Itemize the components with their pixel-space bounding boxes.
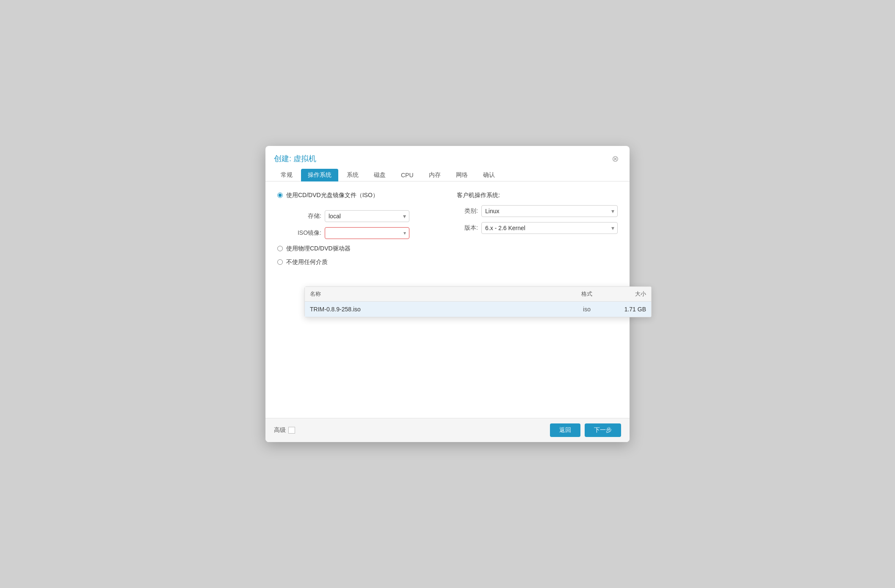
version-row: 版本: 6.x - 2.6 Kernel 7.x 8.x xyxy=(457,222,618,234)
iso-radio[interactable] xyxy=(277,192,283,198)
tab-general[interactable]: 常规 xyxy=(274,169,299,181)
version-label: 版本: xyxy=(457,224,478,232)
physical-radio-row: 使用物理CD/DVD驱动器 xyxy=(277,245,618,253)
guest-os-title: 客户机操作系统: xyxy=(457,192,618,199)
dialog-footer: 高级 返回 下一步 xyxy=(265,418,630,442)
tab-os[interactable]: 操作系统 xyxy=(301,169,338,181)
dropdown-col-name: 名称 xyxy=(310,290,570,298)
version-select[interactable]: 6.x - 2.6 Kernel 7.x 8.x xyxy=(481,222,618,234)
dropdown-col-format: 格式 xyxy=(570,290,604,298)
category-label: 类别: xyxy=(457,207,478,215)
category-row: 类别: Linux Windows Solaris Other xyxy=(457,205,618,217)
iso-dropdown-popup: 名称 格式 大小 TRIM-0.8.9-258.iso iso 1.71 GB xyxy=(304,286,652,317)
dialog-header: 创建: 虚拟机 ⊗ xyxy=(265,146,630,165)
storage-select[interactable]: local local-lvm nfs-share xyxy=(325,210,409,222)
category-select-wrapper: Linux Windows Solaris Other xyxy=(481,205,618,217)
tab-memory[interactable]: 内存 xyxy=(422,169,448,181)
guest-os-section: 客户机操作系统: 类别: Linux Windows Solaris Other… xyxy=(457,192,618,239)
dialog-body: 使用CD/DVD光盘镜像文件（ISO） 存储: local local-lvm … xyxy=(265,181,630,418)
dropdown-col-size: 大小 xyxy=(604,290,646,298)
tab-cpu[interactable]: CPU xyxy=(394,169,420,181)
next-button[interactable]: 下一步 xyxy=(585,423,621,437)
none-radio-label[interactable]: 不使用任何介质 xyxy=(286,258,328,266)
dropdown-item-format: iso xyxy=(570,306,604,313)
tab-bar: 常规 操作系统 系统 磁盘 CPU 内存 网络 确认 xyxy=(265,165,630,181)
dropdown-header: 名称 格式 大小 xyxy=(305,287,651,302)
advanced-checkbox[interactable] xyxy=(288,427,295,434)
physical-radio-label[interactable]: 使用物理CD/DVD驱动器 xyxy=(286,245,351,253)
storage-label: 存储: xyxy=(287,212,321,220)
category-select[interactable]: Linux Windows Solaris Other xyxy=(481,205,618,217)
none-radio-row: 不使用任何介质 xyxy=(277,258,618,266)
tab-confirm[interactable]: 确认 xyxy=(476,169,502,181)
close-button[interactable]: ⊗ xyxy=(609,153,621,165)
physical-radio[interactable] xyxy=(277,246,283,251)
advanced-label: 高级 xyxy=(274,426,286,434)
storage-select-wrapper: local local-lvm nfs-share xyxy=(325,210,409,222)
iso-label: ISO镜像: xyxy=(287,229,321,237)
none-radio[interactable] xyxy=(277,259,283,265)
close-icon: ⊗ xyxy=(612,154,619,164)
tab-network[interactable]: 网络 xyxy=(449,169,475,181)
tab-disk[interactable]: 磁盘 xyxy=(367,169,392,181)
dropdown-item-size: 1.71 GB xyxy=(604,306,646,313)
tab-system[interactable]: 系统 xyxy=(340,169,365,181)
back-button[interactable]: 返回 xyxy=(550,423,580,437)
dropdown-item[interactable]: TRIM-0.8.9-258.iso iso 1.71 GB xyxy=(305,302,651,317)
dialog-title: 创建: 虚拟机 xyxy=(274,154,316,164)
iso-input-wrapper: ▾ xyxy=(325,227,409,239)
footer-advanced: 高级 xyxy=(274,426,295,434)
iso-input[interactable] xyxy=(325,227,409,239)
dropdown-item-name: TRIM-0.8.9-258.iso xyxy=(310,306,570,313)
create-vm-dialog: 创建: 虚拟机 ⊗ 常规 操作系统 系统 磁盘 CPU 内存 网络 确认 使用C… xyxy=(265,146,630,442)
iso-radio-label[interactable]: 使用CD/DVD光盘镜像文件（ISO） xyxy=(286,192,378,199)
version-select-wrapper: 6.x - 2.6 Kernel 7.x 8.x xyxy=(481,222,618,234)
